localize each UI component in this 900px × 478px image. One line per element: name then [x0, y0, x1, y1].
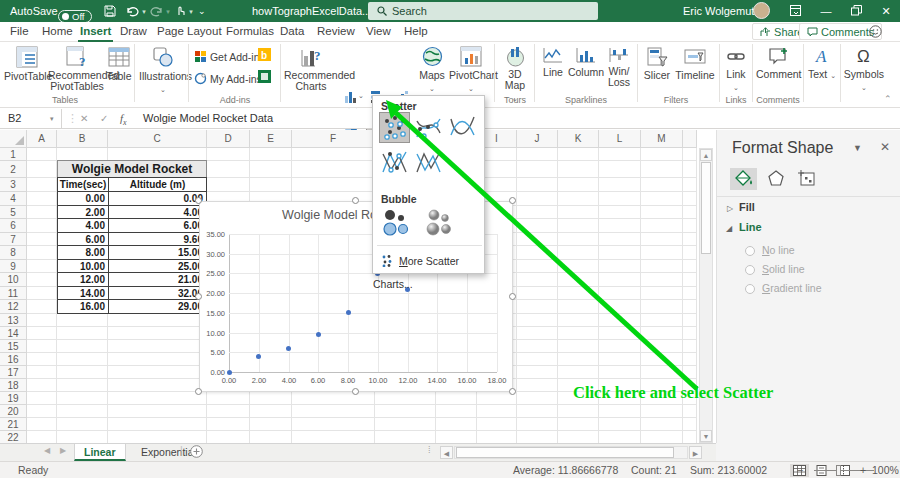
cell-time-row5[interactable]: 2.00	[57, 205, 109, 220]
zoom-out-icon[interactable]: −	[797, 462, 803, 478]
scatter-smooth-option-icon[interactable]	[448, 113, 477, 142]
formula-content[interactable]: Wolgie Model Rocket Data	[143, 109, 273, 128]
sparkline-line-button[interactable]: Line	[539, 45, 567, 78]
ribbon-display-options-button[interactable]	[781, 0, 809, 22]
table-button[interactable]: Table	[104, 45, 134, 82]
cell-altitude-row6[interactable]: 6.00	[108, 218, 207, 233]
row-header-12[interactable]: 12	[0, 300, 27, 314]
ribbon-tab-formulas[interactable]: Formulas	[224, 22, 276, 42]
row-header-11[interactable]: 11	[0, 287, 27, 301]
bing-addin-badge[interactable]: b	[258, 48, 271, 61]
zoom-slider-thumb[interactable]	[836, 465, 841, 476]
recommended-pivottables-button[interactable]: ? Recommended PivotTables	[48, 45, 106, 92]
cell-time-row4[interactable]: 0.00	[57, 191, 109, 206]
restore-button[interactable]	[842, 0, 870, 22]
column-header-E[interactable]: E	[250, 130, 292, 148]
horizontal-scroll-track[interactable]	[454, 446, 688, 459]
link-button[interactable]: Link ⌄	[722, 45, 750, 92]
save-button[interactable]	[104, 0, 116, 22]
row-header-19[interactable]: 19	[0, 392, 27, 405]
ribbon-tab-view[interactable]: View	[364, 22, 393, 42]
cell-time-row10[interactable]: 12.00	[57, 272, 109, 287]
scroll-up-icon[interactable]: ▲	[700, 149, 712, 161]
row-header-9[interactable]: 9	[0, 260, 27, 274]
fill-expand-icon[interactable]: ▷	[727, 204, 733, 213]
data-point[interactable]	[346, 310, 351, 315]
row-header-18[interactable]: 18	[0, 379, 27, 392]
more-scatter-charts-item[interactable]: More Scatter Charts...	[373, 250, 484, 273]
touch-mode-button[interactable]: ▾	[174, 0, 193, 22]
row-header-13[interactable]: 13	[0, 314, 27, 327]
column-header-J[interactable]: J	[517, 130, 558, 148]
radio-solid-line[interactable]	[745, 265, 755, 275]
radio-gradient-line[interactable]	[745, 284, 755, 294]
ribbon-tab-draw[interactable]: Draw	[118, 22, 149, 42]
chart-selection-handle[interactable]	[195, 388, 202, 395]
ribbon-tab-page-layout[interactable]: Page Layout	[155, 22, 224, 42]
fill-section-label[interactable]: Fill	[739, 201, 755, 213]
status-average[interactable]: Average: 11.86666778	[513, 462, 618, 478]
chart-selection-handle[interactable]	[195, 293, 202, 300]
feedback-smiley-button[interactable]	[869, 25, 882, 38]
sparkline-column-button[interactable]: Column	[567, 45, 605, 78]
status-count[interactable]: Count: 21	[631, 462, 677, 478]
cell-time-row12[interactable]: 16.00	[57, 299, 109, 314]
column-header-B[interactable]: B	[57, 130, 108, 148]
status-sum[interactable]: Sum: 213.60002	[690, 462, 767, 478]
row-header-22[interactable]: 22	[0, 431, 27, 444]
sheet-nav-right-icon[interactable]: ▶	[60, 446, 66, 455]
scatter-straight-markers-option-icon[interactable]	[380, 148, 409, 177]
pane-tab-effects[interactable]	[762, 168, 789, 190]
cell-altitude-row12[interactable]: 29.00	[108, 299, 207, 314]
sparkline-winloss-button[interactable]: Win/ Loss	[605, 45, 633, 88]
column-header-F[interactable]: F	[292, 130, 375, 148]
chart-selection-handle[interactable]	[352, 388, 359, 395]
splitter-grip[interactable]: ⁞	[428, 445, 431, 455]
maps-button[interactable]: Maps ⌄	[415, 45, 449, 93]
radio-no-line[interactable]	[745, 246, 755, 256]
table-header-altitude[interactable]: Altitude (m)	[108, 177, 207, 192]
cell-time-row7[interactable]: 6.00	[57, 232, 109, 247]
radio-label-solid-line[interactable]: Solid line	[762, 263, 805, 275]
pivotchart-button[interactable]: PivotChart ⌄	[449, 45, 493, 93]
timeline-button[interactable]: Timeline	[674, 45, 716, 81]
table-header-time[interactable]: Time(sec)	[57, 177, 109, 192]
slicer-button[interactable]: Slicer	[641, 45, 673, 81]
chart-selection-handle[interactable]	[195, 197, 202, 204]
hscroll-left-icon[interactable]: ◀	[440, 446, 453, 459]
scatter-straight-option-icon[interactable]	[414, 148, 443, 177]
row-header-14[interactable]: 14	[0, 327, 27, 340]
cell-time-row8[interactable]: 8.00	[57, 245, 109, 260]
illustrations-button[interactable]: Illustrations ⌄	[139, 45, 187, 94]
scatter-option-icon[interactable]	[380, 113, 409, 142]
ribbon-tab-review[interactable]: Review	[315, 22, 357, 42]
cell-time-row9[interactable]: 10.00	[57, 259, 109, 274]
column-header-partial[interactable]	[683, 130, 697, 148]
hscroll-right-icon[interactable]: ▶	[689, 446, 702, 459]
row-header-15[interactable]: 15	[0, 340, 27, 353]
data-point[interactable]	[227, 370, 232, 375]
cell-altitude-row8[interactable]: 15.00	[108, 245, 207, 260]
table-title-cell[interactable]: Wolgie Model Rocket Data	[57, 160, 207, 178]
text-button[interactable]: A Text ⌄	[807, 45, 837, 80]
cell-altitude-row7[interactable]: 9.60	[108, 232, 207, 247]
sheet-tab-linear[interactable]: Linear	[74, 444, 126, 461]
search-box[interactable]: Search	[368, 2, 598, 20]
add-sheet-button[interactable]	[190, 445, 203, 458]
row-header-17[interactable]: 17	[0, 366, 27, 379]
chart-selection-handle[interactable]	[509, 293, 516, 300]
cell-altitude-row5[interactable]: 4.00	[108, 205, 207, 220]
pane-tab-size-properties[interactable]	[793, 168, 820, 190]
cancel-entry-icon[interactable]: ✕	[80, 109, 88, 128]
comment-button[interactable]: Comment	[756, 45, 800, 80]
zoom-in-icon[interactable]: +	[860, 462, 870, 478]
line-section-label[interactable]: Line	[739, 221, 762, 233]
radio-label-gradient-line[interactable]: Gradient line	[762, 282, 822, 294]
scatter-smooth-markers-option-icon[interactable]	[414, 113, 443, 142]
vertical-scroll-thumb[interactable]	[701, 162, 711, 254]
chart-selection-handle[interactable]	[509, 197, 516, 204]
data-point[interactable]	[256, 354, 261, 359]
cell-altitude-row10[interactable]: 21.00	[108, 272, 207, 287]
ribbon-tab-data[interactable]: Data	[278, 22, 306, 42]
column-header-A[interactable]: A	[27, 130, 57, 148]
